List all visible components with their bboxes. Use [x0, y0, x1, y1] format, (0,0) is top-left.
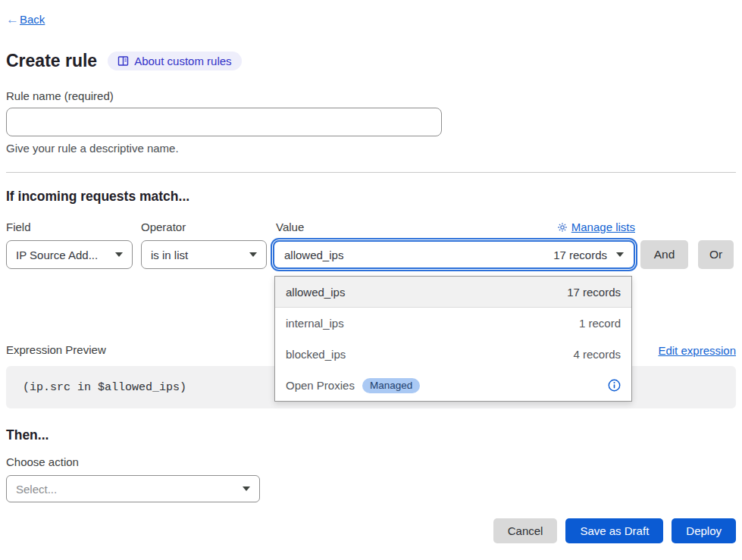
chevron-down-icon	[243, 486, 250, 491]
list-item-name: internal_ips	[286, 317, 344, 330]
action-select[interactable]: Select...	[6, 475, 260, 502]
manage-lists-label: Manage lists	[571, 220, 635, 234]
edit-expression-link[interactable]: Edit expression	[658, 344, 736, 357]
value-label: Value	[276, 220, 304, 234]
list-item-name: blocked_ips	[286, 348, 346, 361]
list-item-name: allowed_ips	[286, 286, 345, 299]
lists-dropdown-panel: allowed_ips 17 records internal_ips 1 re…	[274, 276, 632, 402]
list-item-internal-ips[interactable]: internal_ips 1 record	[275, 308, 631, 339]
back-link[interactable]: Back	[20, 13, 45, 26]
and-button[interactable]: And	[640, 240, 688, 269]
list-item-records: 1 record	[579, 317, 621, 330]
action-select-placeholder: Select...	[16, 483, 57, 496]
or-button[interactable]: Or	[698, 240, 734, 269]
rule-name-helper: Give your rule a descriptive name.	[6, 141, 736, 155]
about-pill-label: About custom rules	[134, 55, 231, 67]
list-item-blocked-ips[interactable]: blocked_ips 4 records	[275, 339, 631, 370]
condition-row: IP Source Add... is in list allowed_ips …	[6, 240, 736, 269]
operator-select-value: is in list	[151, 249, 188, 261]
field-label: Field	[6, 220, 141, 234]
list-item-name: Open Proxies	[286, 379, 355, 392]
managed-badge: Managed	[362, 378, 420, 393]
chevron-down-icon	[115, 252, 123, 257]
operator-label: Operator	[141, 220, 273, 234]
value-select-records: 17 records	[553, 249, 607, 261]
chevron-down-icon	[616, 252, 624, 257]
match-heading: If incoming requests match...	[6, 189, 736, 205]
list-item-open-proxies[interactable]: Open Proxies Managed	[275, 370, 631, 401]
then-heading: Then...	[6, 427, 736, 443]
footer-actions: Cancel Save as Draft Deploy	[6, 518, 736, 543]
chevron-down-icon	[249, 252, 257, 257]
list-item-allowed-ips[interactable]: allowed_ips 17 records	[275, 277, 631, 308]
list-item-records: 17 records	[567, 286, 621, 299]
choose-action-label: Choose action	[6, 455, 736, 469]
info-icon[interactable]	[608, 379, 621, 392]
create-rule-page: ←Back Create rule About custom rules Rul…	[0, 0, 742, 560]
field-select-value: IP Source Add...	[16, 249, 98, 261]
condition-labels-row: Field Operator Value Manage lists	[6, 220, 736, 234]
book-icon	[117, 55, 129, 67]
save-as-draft-button[interactable]: Save as Draft	[565, 518, 663, 543]
rule-name-label: Rule name (required)	[6, 89, 736, 103]
value-select-value: allowed_ips	[284, 249, 343, 261]
rule-name-input[interactable]	[6, 108, 442, 136]
deploy-button[interactable]: Deploy	[672, 518, 736, 543]
about-custom-rules-link[interactable]: About custom rules	[108, 52, 241, 70]
cancel-button[interactable]: Cancel	[493, 518, 558, 543]
back-arrow-icon: ←	[6, 12, 19, 27]
value-select[interactable]: allowed_ips 17 records	[273, 240, 635, 269]
page-title: Create rule	[6, 50, 97, 71]
operator-select[interactable]: is in list	[141, 240, 267, 269]
title-row: Create rule About custom rules	[6, 50, 736, 71]
back-row: ←Back	[6, 12, 736, 27]
section-divider	[6, 172, 736, 173]
field-select[interactable]: IP Source Add...	[6, 240, 133, 269]
gear-icon	[557, 222, 568, 233]
expression-preview-label: Expression Preview	[6, 343, 106, 357]
manage-lists-link[interactable]: Manage lists	[557, 220, 635, 234]
value-select-wrap: allowed_ips 17 records allowed_ips 17 re…	[273, 240, 635, 269]
expression-code: (ip.src in $allowed_ips)	[23, 381, 186, 394]
list-item-records: 4 records	[573, 348, 621, 361]
